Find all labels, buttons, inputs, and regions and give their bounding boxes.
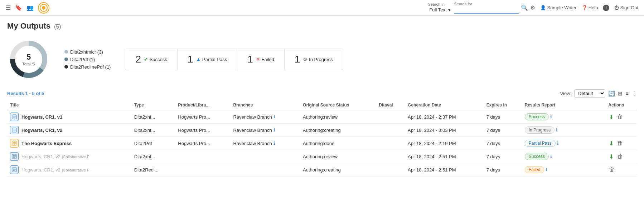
delete-button[interactable]: 🗑: [608, 166, 615, 174]
filter-button[interactable]: ≡: [625, 90, 629, 96]
status-num: 1: [188, 54, 193, 65]
product-cell: Hogwarts Pro...: [175, 137, 230, 150]
bookmark-icon[interactable]: 🔖: [15, 4, 22, 11]
results-info: Results 1 - 5 of 5: [7, 91, 44, 96]
search-icon-button[interactable]: 🔍: [521, 4, 528, 11]
table-body: Hogwarts, CR1, v1 Dita2xht... Hogwarts P…: [7, 110, 637, 176]
type-cell: Dita2Redl...: [131, 163, 175, 176]
branch-cell-td: [230, 150, 300, 163]
delete-button[interactable]: 🗑: [616, 153, 624, 160]
legend-item: Dita2xhtmlcr (3): [64, 49, 111, 55]
user-menu[interactable]: 👤 Sample Writer: [540, 5, 577, 10]
search-input[interactable]: [454, 6, 519, 14]
type-cell: Dita2xht...: [131, 150, 175, 163]
results-header: Results 1 - 5 of 5 View: Default Compact…: [7, 89, 637, 98]
svg-rect-22: [13, 157, 15, 158]
col-gen-date: Generation Date: [405, 100, 484, 110]
status-cell-partial-pass: 1 ▲ Partial Pass: [178, 49, 237, 70]
users-icon[interactable]: 👥: [26, 4, 34, 11]
source-status-cell: Authoring:creating: [300, 124, 376, 137]
source-status-cell: Authoring:review: [300, 150, 376, 163]
branch-info-icon[interactable]: ℹ: [273, 128, 275, 133]
title-cell: The Hogwarts Express: [7, 137, 131, 150]
expires-cell: 7 days: [484, 163, 522, 176]
search-section: Search in Full Text ▾ Search for 🔍 ⚙: [428, 2, 535, 14]
svg-rect-10: [13, 118, 15, 118]
status-icon: ▲: [196, 56, 201, 62]
col-type: Type: [131, 100, 175, 110]
svg-rect-16: [13, 142, 16, 143]
ditaval-cell: [376, 163, 405, 176]
row-title: Hogwarts, CR1, v2: [21, 154, 60, 159]
title-cell: Hogwarts, CR1, v1: [7, 110, 131, 124]
top-navigation: ☰ 🔖 👥 Search in Full Text ▾ Search for 🔍: [0, 0, 644, 16]
donut-chart: 5 Total /5: [7, 38, 50, 81]
page-title: My Outputs: [7, 21, 50, 31]
ditaval-cell: [376, 124, 405, 137]
chevron-down-icon: ▾: [448, 7, 451, 13]
expires-cell: 7 days: [484, 110, 522, 124]
help-button[interactable]: ❓ Help: [582, 5, 598, 10]
actions-cell: ⬇ 🗑: [605, 110, 637, 124]
svg-rect-21: [13, 156, 16, 157]
legend-dot: [64, 65, 68, 69]
product-cell: Hogwarts Pro...: [175, 110, 230, 124]
branch-info-icon[interactable]: ℹ: [273, 114, 275, 119]
legend-label: Dita2Pdf (1): [70, 57, 95, 62]
report-info-icon[interactable]: ℹ: [546, 167, 547, 172]
source-status-cell: Authoring:review: [300, 110, 376, 124]
file-type-icon: [10, 165, 19, 174]
expires-cell: 7 days: [484, 137, 522, 150]
legend-dot: [64, 58, 68, 61]
table-header: Title Type Product/Libra... Branches Ori…: [7, 100, 637, 110]
delete-button[interactable]: 🗑: [616, 113, 624, 121]
report-info-icon[interactable]: ℹ: [550, 114, 552, 119]
nav-left: ☰ 🔖 👥: [6, 2, 49, 14]
columns-button[interactable]: ⊞: [618, 90, 623, 97]
delete-button[interactable]: 🗑: [616, 139, 624, 147]
status-badge: In Progress: [525, 126, 555, 134]
page-title-row: My Outputs (5): [7, 21, 637, 31]
signout-button[interactable]: ⏻ Sign Out: [614, 5, 638, 10]
status-badge: Success: [525, 113, 549, 120]
search-in-label: Search in: [428, 2, 452, 6]
download-button[interactable]: ⬇: [608, 139, 614, 148]
search-in-dropdown[interactable]: Full Text ▾: [428, 6, 452, 13]
gen-date-cell: Apr 18, 2024 - 2:51 PM: [405, 150, 484, 163]
view-dropdown[interactable]: Default Compact Detailed: [574, 89, 605, 98]
branch-cell-td: Ravenclaw Branch ℹ: [230, 110, 300, 124]
svg-rect-26: [13, 170, 15, 171]
help-circle-icon: ❓: [582, 5, 587, 10]
status-badge: Success: [525, 153, 549, 160]
info-badge[interactable]: i: [603, 5, 609, 11]
svg-rect-13: [13, 130, 16, 130]
download-button[interactable]: ⬇: [608, 153, 614, 161]
legend-dot: [64, 50, 68, 54]
file-type-icon: [10, 139, 19, 148]
status-badge: Partial Pass: [525, 140, 556, 147]
status-bar: 2 ✔ Success 1 ▲ Partial Pass 1 ✕ Failed …: [125, 49, 343, 70]
branch-cell-td: Ravenclaw Branch ℹ: [230, 124, 300, 137]
advanced-filter-button[interactable]: ⚙: [530, 4, 535, 11]
file-type-icon: [10, 113, 19, 121]
download-button[interactable]: ⬇: [608, 113, 614, 121]
status-cell-in-progress: 1 ⚙ In Progress: [285, 49, 343, 70]
branch-info-icon[interactable]: ℹ: [273, 141, 275, 146]
source-status-cell: Authoring:creating: [300, 163, 376, 176]
legend-label: Dita2RedlinePdf (1): [70, 64, 111, 70]
more-options-button[interactable]: ⋮: [631, 90, 637, 97]
report-info-icon[interactable]: ℹ: [556, 128, 558, 133]
table-row: Hogwarts, CR1, v1 Dita2xht... Hogwarts P…: [7, 110, 637, 124]
type-cell: Dita2Pdf: [131, 137, 175, 150]
branch-cell-td: Ravenclaw Branch ℹ: [230, 137, 300, 150]
report-info-icon[interactable]: ℹ: [557, 141, 559, 146]
report-info-icon[interactable]: ℹ: [550, 154, 552, 159]
file-type-icon: [10, 126, 19, 134]
hamburger-icon[interactable]: ☰: [6, 4, 11, 11]
results-report-cell: Failed ℹ: [522, 163, 606, 176]
gen-date-cell: Apr 18, 2024 - 3:03 PM: [405, 124, 484, 137]
refresh-button[interactable]: 🔄: [608, 90, 615, 97]
row-title: Hogwarts, CR1, v1: [21, 114, 62, 120]
svg-rect-8: [13, 116, 16, 116]
user-name: Sample Writer: [547, 5, 577, 10]
